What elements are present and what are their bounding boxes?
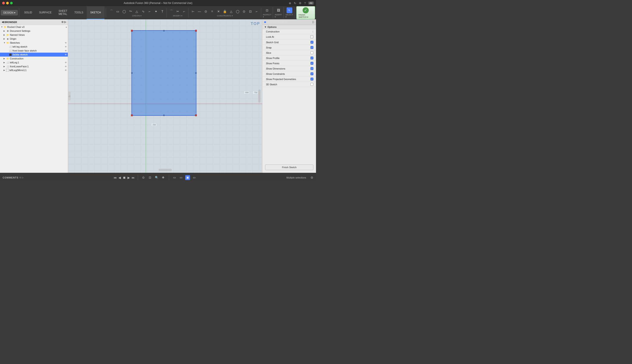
corner-handle-tr[interactable]: [195, 30, 197, 32]
show-points-checkbox[interactable]: ✓: [310, 62, 313, 65]
concentric-tool[interactable]: ⊙: [203, 8, 209, 14]
line-tool[interactable]: ⌒: [109, 8, 114, 14]
design-button[interactable]: DESIGN ▾: [1, 10, 18, 15]
mid-handle-top[interactable]: [163, 30, 165, 31]
nav-play-button[interactable]: ▶: [128, 176, 130, 179]
browser-expand-icon[interactable]: ▷: [64, 20, 66, 24]
spline-tool[interactable]: ∿: [140, 8, 146, 14]
visibility-icon[interactable]: 👁: [65, 65, 67, 68]
tree-item-frontlowerface1[interactable]: ▶ ⬜ frontLowerFace:1 👁: [0, 64, 68, 68]
visibility-icon[interactable]: 👁: [65, 42, 67, 44]
tree-item-root[interactable]: ▼ 📁 Rocket Chair v3 ●: [0, 25, 68, 29]
insert-image-tool[interactable]: 🖼: [276, 8, 281, 13]
nav-first-button[interactable]: ⏮: [114, 176, 117, 179]
tab-surface[interactable]: SURFACE: [36, 6, 55, 19]
user-avatar[interactable]: AE: [308, 2, 314, 4]
tree-item-construction[interactable]: ▶ 📁 Construction: [0, 56, 68, 60]
palette-item-show-points[interactable]: Show Points ✓: [262, 61, 316, 66]
trim-tool[interactable]: ✂: [175, 8, 181, 14]
comments-expand-icon[interactable]: ▷: [22, 176, 24, 179]
comments-pin-icon[interactable]: ⊙: [19, 176, 21, 179]
nav-prev-button[interactable]: ◀: [119, 176, 121, 179]
close-button[interactable]: [2, 2, 5, 4]
vertical-tool[interactable]: ⊙: [241, 8, 247, 14]
slice-checkbox[interactable]: [310, 51, 313, 54]
fillet-tool[interactable]: ⌒: [169, 8, 174, 14]
vertical-scroll[interactable]: [258, 90, 260, 102]
palette-item-show-projected-geometries[interactable]: Show Projected Geometries ✓: [262, 76, 316, 82]
visibility-icon[interactable]: 👁: [65, 54, 67, 56]
sketch-grid-checkbox[interactable]: ✓: [310, 41, 313, 44]
visibility-icon[interactable]: 👁: [65, 69, 67, 72]
active-display-btn[interactable]: ▣: [185, 175, 190, 180]
perpendicular-tool[interactable]: △: [228, 8, 234, 14]
tab-tools[interactable]: TOOLS: [71, 6, 87, 19]
show-profile-checkbox[interactable]: ✓: [310, 56, 313, 60]
horizontal-scroll[interactable]: [159, 169, 172, 171]
tree-item-origin[interactable]: ▶ ⊕ Origin: [0, 37, 68, 41]
browser-collapse-icon[interactable]: ◀: [2, 20, 4, 24]
palette-item-slice[interactable]: Slice: [262, 50, 316, 56]
tree-item-leftleg1[interactable]: ▶ ⬜ leftLeg:1 👁: [0, 60, 68, 64]
rect-tool[interactable]: ▭: [115, 8, 121, 14]
visibility-icon[interactable]: 👁: [65, 50, 67, 52]
corner-handle-bl[interactable]: [131, 114, 133, 116]
show-dimensions-checkbox[interactable]: ✓: [310, 67, 313, 70]
refresh-icon[interactable]: ↻: [294, 2, 296, 5]
mid-handle-bottom[interactable]: [163, 115, 165, 116]
palette-item-snap[interactable]: Snap ✓: [262, 45, 316, 50]
maximize-button[interactable]: [10, 2, 13, 4]
nav-stop-button[interactable]: ⏹: [123, 176, 126, 179]
finish-sketch-palette-button[interactable]: Finish Sketch: [265, 164, 313, 170]
select-tool[interactable]: ↖: [286, 8, 292, 13]
select-filter-btn[interactable]: ⊡: [148, 175, 153, 180]
palette-item-sketch-grid[interactable]: Sketch Grid ✓: [262, 40, 316, 45]
tangent-tool[interactable]: ⊡: [247, 8, 253, 14]
mid-handle-right[interactable]: [195, 72, 197, 74]
fix-tool[interactable]: ✕: [216, 8, 221, 14]
tab-sketch[interactable]: SKETCH: [87, 6, 104, 19]
help-icon[interactable]: ?: [304, 2, 306, 5]
settings-icon[interactable]: ⚙: [299, 2, 301, 5]
environment-btn[interactable]: ▭: [192, 175, 197, 180]
tree-item-named-views[interactable]: ▶ 📁 Named Views: [0, 33, 68, 37]
pan-btn[interactable]: ✥: [161, 175, 166, 180]
palette-item-show-constraints[interactable]: Show Constraints ✓: [262, 71, 316, 76]
tab-solid[interactable]: SOLID: [21, 6, 36, 19]
coincident-tool[interactable]: ⊢: [190, 8, 196, 14]
visibility-icon[interactable]: 👁: [65, 62, 67, 64]
settings-gear-icon[interactable]: ⚙: [310, 176, 313, 179]
tree-item-2a3da-sketch[interactable]: ⬛ 2a3da sketch 👁: [0, 53, 68, 56]
mid-handle-left[interactable]: [131, 72, 133, 74]
corner-handle-tl[interactable]: [131, 30, 133, 32]
snap-mode-btn[interactable]: ⊙: [141, 175, 146, 180]
horizontal-tool[interactable]: ◯: [235, 8, 240, 14]
zoom-fit-btn[interactable]: 🔍: [154, 175, 159, 180]
3d-sketch-checkbox[interactable]: [310, 83, 313, 86]
circle-tool[interactable]: ◯: [121, 8, 127, 14]
arc-tool[interactable]: 〜: [128, 8, 133, 14]
tab-sheet-metal[interactable]: SHEET METAL: [55, 6, 71, 19]
browser-collapse-handle[interactable]: ◁: [68, 92, 71, 100]
parallel-tool[interactable]: 🔒: [222, 8, 228, 14]
tree-item-front-lower-face-sketch[interactable]: ⬜ front lower face sketch 👁: [0, 49, 68, 53]
text-tool[interactable]: T: [160, 8, 165, 14]
snap-checkbox[interactable]: ✓: [310, 46, 313, 49]
midpoint-tool[interactable]: =: [209, 8, 215, 14]
minimize-button[interactable]: [6, 2, 9, 4]
browser-pin-icon[interactable]: ⊙: [62, 20, 63, 24]
palette-item-construction[interactable]: Construction ⟨: [262, 29, 316, 34]
smooth-tool[interactable]: ⌐: [254, 8, 260, 14]
visual-style-btn[interactable]: ▭: [179, 175, 183, 180]
corner-handle-br[interactable]: [195, 114, 197, 116]
palette-item-3d-sketch[interactable]: 3D Sketch: [262, 82, 316, 87]
palette-expand-icon[interactable]: ⟩⟩: [312, 20, 314, 24]
nav-next-button[interactable]: ⏭: [132, 176, 135, 179]
sketch-rectangle[interactable]: [131, 30, 196, 116]
point-tool[interactable]: ✦: [153, 8, 159, 14]
look-at-icon[interactable]: ⊡: [310, 35, 313, 38]
tree-item-leftlegmirror1[interactable]: ▶ leftLeg(Mirror):1 👁: [0, 68, 68, 72]
tree-item-sketches[interactable]: ▼ 📁 Sketches 👁: [0, 41, 68, 45]
collinear-tool[interactable]: —: [197, 8, 202, 14]
conic-tool[interactable]: ⌐: [147, 8, 153, 14]
